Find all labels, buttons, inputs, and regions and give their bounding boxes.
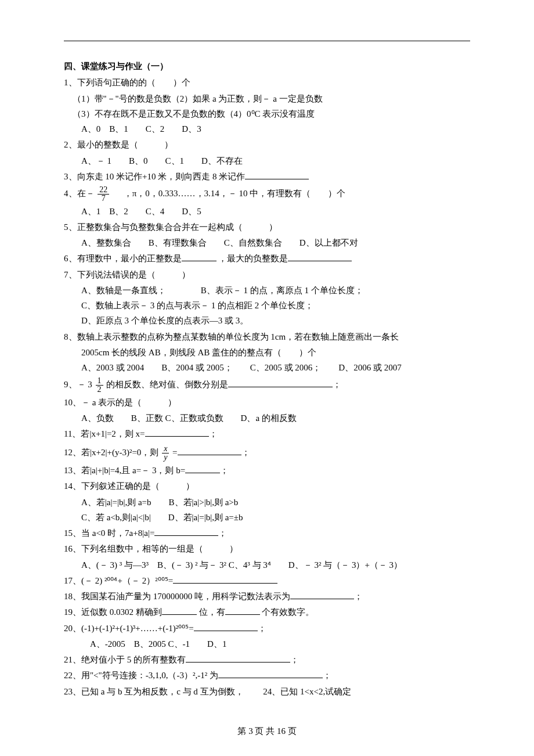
q4: 4、在－ 22 7 ，π，0，0.333……，3.14，－ 10 中，有理数有（… [64, 185, 470, 203]
q13b: ； [220, 466, 229, 475]
q2-stem: 2、最小的整数是（ ） [64, 137, 470, 152]
q1-sub1: （1）带"－"号的数是负数（2）如果 a 为正数，则－ a 一定是负数 [64, 91, 470, 106]
q4-pre: 4、在－ [64, 189, 95, 198]
q4-post: ，π，0，0.333……，3.14，－ 10 中，有理数有（ ）个 [124, 189, 346, 198]
q6: 6、有理数中，最小的正整数是 ，最大的负整数是 [64, 251, 470, 266]
q12-mid: = [172, 448, 177, 457]
blank [178, 447, 241, 455]
q11a: 11、若|x+1|=2，则 x= [64, 429, 145, 438]
q21a: 21、绝对值小于 5 的所有整数有 [64, 655, 186, 664]
blank [182, 253, 217, 262]
q15a: 15、当 a<0 时，7a+8|a|= [64, 528, 154, 538]
q24: 24、已知 1<x<2,试确定 [263, 687, 351, 696]
q7-a: A、数轴是一条直线； B、表示－ 1 的点，离原点 1 个单位长度； [64, 283, 470, 298]
q18b: ； [354, 592, 363, 601]
frac-den: y [162, 453, 169, 462]
q14-stem: 14、下列叙述正确的是（ ） [64, 478, 470, 494]
q23-q24: 23、已知 a 与 b 互为相反数，c 与 d 互为倒数， 24、已知 1<x<… [64, 684, 470, 699]
q10-opts: A、负数 B、正数 C、正数或负数 D、a 的相反数 [64, 411, 470, 426]
page-footer: 第 3 页 共 16 页 [0, 723, 534, 739]
q5-stem: 5、正整数集合与负整数集合合并在一起构成（ ） [64, 219, 470, 235]
q22b: ； [323, 671, 331, 680]
frac-num: x [162, 445, 169, 453]
blank [194, 622, 258, 631]
q21b: ； [290, 655, 299, 664]
frac-den: 7 [98, 194, 109, 203]
q9-pre: 9、－ 3 [64, 380, 92, 389]
q6a: 6、有理数中，最小的正整数是 [64, 254, 182, 263]
q6b: ，最大的负整数是 [218, 254, 288, 263]
q22: 22、用"<"符号连接：-3,1,0,（-3）²,-1² 为； [64, 668, 470, 683]
blank [162, 607, 197, 615]
q16-opts: A、(－ 3) ³ 与—3³ B、(－ 3) ² 与－ 3² C、4³ 与 3⁴… [64, 557, 470, 573]
q1-sub2: （3）不存在既不是正数又不是负数的数（4）0⁰C 表示没有温度 [64, 106, 470, 121]
q13: 13、若|a|+|b|=4,且 a=－ 3，则 b=； [64, 463, 470, 478]
section-title: 四、课堂练习与作业（一） [64, 59, 470, 74]
q9: 9、－ 3 1 2 的相反数、绝对值、倒数分别是； [64, 376, 470, 394]
blank [145, 429, 209, 437]
q8-l2: 2005cm 长的线段 AB，则线段 AB 盖住的的整点有（ ）个 [64, 345, 470, 360]
q23: 23、已知 a 与 b 互为相反数，c 与 d 互为倒数， [64, 687, 244, 696]
q9-tail: ； [333, 380, 341, 389]
q1-opts: A、0 B、1 C、2 D、3 [64, 121, 470, 136]
q20b: ； [258, 624, 266, 633]
q17: 17、(－ 2) ²⁰⁰⁴+（－ 2）²⁰⁰⁵= [64, 573, 470, 588]
top-rule [64, 41, 470, 41]
q17a: 17、(－ 2) ²⁰⁰⁴+（－ 2）²⁰⁰⁵= [64, 576, 173, 585]
q10-stem: 10、－ a 表示的是（ ） [64, 395, 470, 410]
page: 四、课堂练习与作业（一） 1、下列语句正确的的（ ）个 （1）带"－"号的数是负… [0, 0, 534, 756]
q19c: 个有效数字。 [262, 607, 314, 617]
q14-cd: C、若 a<b,则|a|<|b| D、若|a|=|b|,则 a=±b [64, 510, 470, 525]
fraction-22-7: 22 7 [98, 186, 109, 203]
q4-opts: A、1 B、2 C、4 D、5 [64, 204, 470, 219]
blank [173, 575, 277, 584]
q2-opts: A、－ 1 B、0 C、1 D、不存在 [64, 153, 470, 168]
q9-post: 的相反数、绝对值、倒数分别是 [106, 380, 228, 389]
q12-pre: 12、若|x+2|+(y-3)²=0，则 [64, 448, 158, 457]
q1-stem: 1、下列语句正确的的（ ）个 [64, 75, 470, 90]
q19: 19、近似数 0.0302 精确到 位，有 个有效数字。 [64, 604, 470, 620]
blank [154, 528, 218, 537]
q11: 11、若|x+1|=2，则 x=； [64, 426, 470, 441]
blank [228, 379, 333, 388]
q13a: 13、若|a|+|b|=4,且 a=－ 3，则 b= [64, 466, 185, 475]
q12-tail: ； [241, 448, 250, 457]
blank [288, 253, 352, 262]
blank [185, 465, 220, 474]
q20a: 20、(-1)+(-1)²+(-1)³+……+(-1)²⁰⁰⁵= [64, 624, 194, 633]
q7-c: C、数轴上表示－ 3 的点与表示－ 1 的点相距 2 个单位长度； [64, 298, 470, 313]
q8-opts: A、2003 或 2004 B、2004 或 2005； C、2005 或 20… [64, 360, 470, 375]
q22a: 22、用"<"符号连接：-3,1,0,（-3）²,-1² 为 [64, 671, 218, 680]
q14-ab: A、若|a|=|b|,则 a=b B、若|a|>|b|,则 a>b [64, 495, 470, 510]
q21: 21、绝对值小于 5 的所有整数有； [64, 652, 470, 667]
fraction-x-y: x y [162, 445, 169, 462]
q15: 15、当 a<0 时，7a+8|a|=； [64, 525, 470, 541]
q5-opts: A、整数集合 B、有理数集合 C、自然数集合 D、以上都不对 [64, 235, 470, 250]
q16-stem: 16、下列名组数中，相等的一组是（ ） [64, 541, 470, 556]
q18: 18、我国某石油产量为 170000000 吨，用科学记数法表示为； [64, 589, 470, 604]
q19b: 位，有 [199, 607, 225, 617]
blank [290, 591, 354, 600]
fraction-1-2: 1 2 [96, 377, 103, 394]
blank [186, 654, 290, 663]
q18a: 18、我国某石油产量为 170000000 吨，用科学记数法表示为 [64, 592, 290, 601]
frac-den: 2 [96, 385, 103, 394]
blank [218, 670, 323, 679]
blank [225, 607, 260, 615]
frac-num: 1 [96, 377, 103, 385]
frac-num: 22 [98, 186, 109, 194]
q19a: 19、近似数 0.0302 精确到 [64, 607, 162, 617]
q3-text: 3、向东走 10 米记作+10 米，则向西走 8 米记作 [64, 172, 245, 181]
q20: 20、(-1)+(-1)²+(-1)³+……+(-1)²⁰⁰⁵=； [64, 621, 470, 636]
q20-opts: A、-2005 B、2005 C、-1 D、1 [64, 636, 470, 651]
q12: 12、若|x+2|+(y-3)²=0，则 x y =； [64, 442, 470, 463]
q3: 3、向东走 10 米记作+10 米，则向西走 8 米记作 [64, 169, 470, 184]
q11b: ； [209, 429, 218, 438]
q15b: ； [218, 528, 227, 538]
q8-l1: 8、数轴上表示整数的点称为整点某数轴的单位长度为 1cm，若在数轴上随意画出一条… [64, 329, 470, 344]
q7-stem: 7、下列说法错误的是（ ） [64, 267, 470, 282]
blank [245, 171, 309, 179]
q7-d: D、距原点 3 个单位长度的点表示—3 或 3。 [64, 313, 470, 328]
